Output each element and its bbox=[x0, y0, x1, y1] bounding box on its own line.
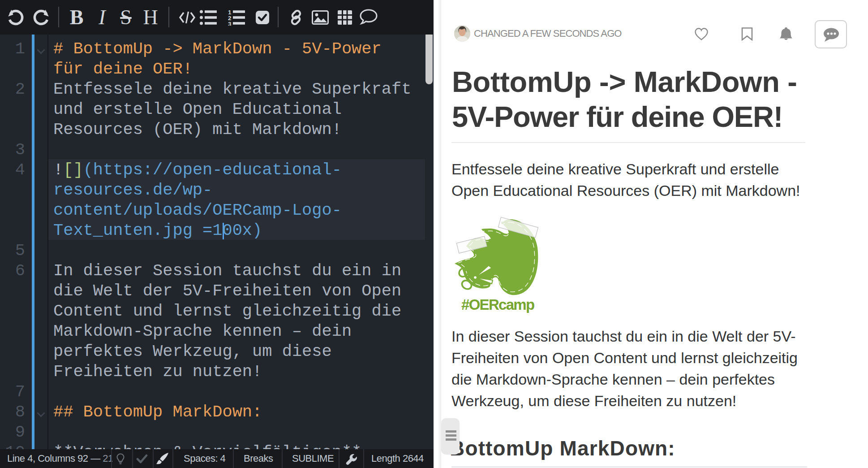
svg-text:3: 3 bbox=[228, 21, 232, 26]
